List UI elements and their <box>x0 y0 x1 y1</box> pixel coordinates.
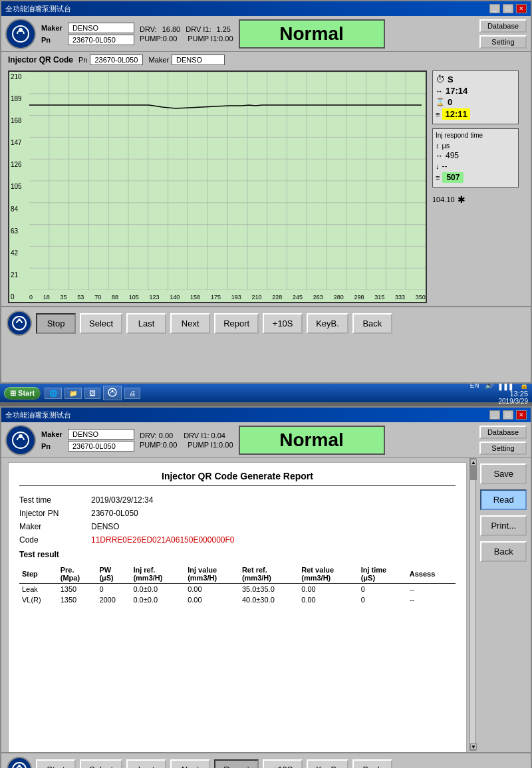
test-result-label: Test result <box>19 550 456 559</box>
report-btn-top[interactable]: Report <box>214 313 259 334</box>
select-btn-bottom[interactable]: Select <box>80 759 122 769</box>
time-val2: 0 <box>448 97 452 107</box>
inj-row-val1: ↔ 495 <box>436 151 515 160</box>
report-maker-value: DENSO <box>91 522 120 531</box>
qr-maker-value: DENSO <box>172 55 225 65</box>
read-btn-bottom[interactable]: Read <box>480 489 527 510</box>
taskbar-printer-icon[interactable]: 🖨 <box>124 388 140 399</box>
code-label: Code <box>19 535 86 545</box>
database-btn-top[interactable]: Database <box>479 19 527 33</box>
report-area: Injector QR Code Generate Report Test ti… <box>1 458 531 759</box>
drv-row2-bottom: PUMP:0.00 PUMP I1:0.00 <box>140 441 233 449</box>
pump-label-top: PUMP:0.00 <box>140 35 177 43</box>
inj-dash: -- <box>442 162 448 171</box>
close-btn[interactable]: ✕ <box>516 4 527 13</box>
chart-area-top: 210 189 168 147 126 105 84 63 42 21 0 <box>8 70 427 303</box>
select-btn-top[interactable]: Select <box>80 313 122 334</box>
next-btn-bottom[interactable]: Next <box>170 759 210 769</box>
injector-pn-value: 23670-0L050 <box>91 509 138 518</box>
drv-block-top: DRV: 16.80 DRV I1: 1.25 PUMP:0.00 PUMP I… <box>140 25 233 43</box>
start-button[interactable]: ⊞ Start <box>4 387 41 400</box>
bottom-title: 全功能油嘴泵测试台 <box>5 410 71 420</box>
drv-row2-top: PUMP:0.00 PUMP I1:0.00 <box>140 35 233 43</box>
td-ret-val-1: 0.00 <box>299 594 358 605</box>
setting-btn-bottom[interactable]: Setting <box>479 442 527 455</box>
drv-i1-value-top: 1.25 <box>217 25 231 33</box>
drv-value-top: 16.80 <box>162 25 181 33</box>
report-maker-label: Maker <box>19 522 86 531</box>
inj-block-top: Inj respond time ↕ μs ↔ 495 ↓ -- ≡ 507 <box>432 128 519 188</box>
pn-row-top: Pn 23670-0L050 <box>41 35 134 45</box>
scrollbar-bottom[interactable]: ▲ ▼ <box>469 458 476 751</box>
back-btn-bottom-toolbar[interactable]: Back <box>352 759 392 769</box>
taskbar-ie-icon[interactable]: 🌐 <box>45 388 62 399</box>
window-controls: _ □ ✕ <box>489 4 527 13</box>
qr-pn-field: Pn 23670-0L050 <box>78 55 143 65</box>
last-btn-top[interactable]: Last <box>126 313 166 334</box>
svg-point-1 <box>19 28 23 32</box>
bottom-minimize-btn[interactable]: _ <box>489 410 500 420</box>
taskbar-app-icon[interactable] <box>103 386 122 400</box>
top-title: 全功能油嘴泵测试台 <box>5 4 71 14</box>
bottom-maximize-btn[interactable]: □ <box>503 410 513 420</box>
qr-maker-label: Maker <box>148 56 169 64</box>
code-field: Code 11DRRE0E26ED021A06150E000000F0 <box>19 535 456 545</box>
start-btn-bottom[interactable]: Start <box>36 759 76 769</box>
td-pw-0: 0 <box>96 584 130 595</box>
setting-btn-top[interactable]: Setting <box>479 35 527 49</box>
drv-block-bottom: DRV: 0.00 DRV I1: 0.04 PUMP:0.00 PUMP I1… <box>140 432 233 449</box>
minimize-btn[interactable]: _ <box>489 4 500 13</box>
last-btn-bottom[interactable]: Last <box>126 759 166 769</box>
code-value: 11DRRE0E26ED021A06150E000000F0 <box>91 535 235 545</box>
scroll-down-btn[interactable]: ▼ <box>470 743 477 750</box>
right-btns-bottom: ▲ ▼ Save Read Print... Back <box>476 458 531 567</box>
normal-text-bottom: Normal <box>279 430 343 451</box>
plus10s-btn-bottom[interactable]: +10S <box>263 759 303 769</box>
print-btn-bottom[interactable]: Print... <box>480 515 527 536</box>
taskbar-time: 13:25 <box>470 390 528 398</box>
maker-row-bottom: Maker DENSO <box>41 429 134 440</box>
x-axis-labels: 0183553708810512314015817519321022824526… <box>29 294 426 301</box>
test-time-field: Test time 2019/03/29/12:34 <box>19 495 456 505</box>
right-info-panel-top: ⏱ S ↔ 17:14 ⌛ 0 ≡ 12:11 Inj respond time <box>432 70 519 303</box>
scroll-up-btn[interactable]: ▲ <box>470 459 477 465</box>
maximize-btn[interactable]: □ <box>503 4 513 13</box>
td-pre-1: 1350 <box>58 594 97 605</box>
database-btn-bottom[interactable]: Database <box>479 426 527 439</box>
down-arrow-icon: ↓ <box>436 162 440 170</box>
keyb-btn-bottom[interactable]: KeyB. <box>307 759 348 769</box>
normal-text-top: Normal <box>279 23 343 45</box>
equals-icon-2: ≡ <box>436 174 440 182</box>
td-step-0: Leak <box>19 584 58 595</box>
next-btn-top[interactable]: Next <box>170 313 210 334</box>
drv-label-top: DRV: <box>140 25 157 33</box>
pump-i1-label-bottom: PUMP I1:0.00 <box>188 441 233 449</box>
injector-pn-label: Injector PN <box>19 509 86 518</box>
pn-row-bottom: Pn 23670-0L050 <box>41 441 134 451</box>
taskbar-media-icon[interactable]: 🖼 <box>84 388 100 399</box>
bottom-window-controls: _ □ ✕ <box>489 410 527 420</box>
plus10s-btn-top[interactable]: +10S <box>263 313 303 334</box>
back-btn-bottom-right[interactable]: Back <box>480 541 527 562</box>
maker-pn-block-bottom: Maker DENSO Pn 23670-0L050 <box>41 429 134 451</box>
time-row-3: ≡ 12:11 <box>436 108 515 120</box>
save-btn-bottom[interactable]: Save <box>480 463 527 484</box>
bottom-title-bar: 全功能油嘴泵测试台 _ □ ✕ <box>1 408 531 422</box>
y-axis-labels: 210 189 168 147 126 105 84 63 42 21 0 <box>9 72 23 302</box>
bottom-header: Maker DENSO Pn 23670-0L050 DRV: 0.00 DRV… <box>1 422 531 458</box>
bottom-panel: 全功能油嘴泵测试台 _ □ ✕ Maker DENSO Pn 23670-0L0… <box>0 406 532 768</box>
toolbar-logo-bottom <box>7 757 32 768</box>
td-inj-val-1: 0.00 <box>185 594 239 605</box>
pump-label-bottom: PUMP:0.00 <box>140 441 177 449</box>
qr-row-top: Injector QR Code Pn 23670-0L050 Maker DE… <box>1 52 531 68</box>
th-inj-time: Inj time(μS) <box>358 565 407 584</box>
report-btn-bottom[interactable]: Report <box>214 759 259 769</box>
stop-btn-top[interactable]: Stop <box>36 313 76 334</box>
table-row: Leak 1350 0 0.0±0.0 0.00 35.0±35.0 0.00 … <box>19 584 456 595</box>
pump-i1-label-top: PUMP I1:0.00 <box>188 35 233 43</box>
time-val3: 12:11 <box>442 108 469 120</box>
back-btn-top[interactable]: Back <box>352 313 392 334</box>
keyb-btn-top[interactable]: KeyB. <box>307 313 348 334</box>
taskbar-folder-icon[interactable]: 📁 <box>65 388 82 399</box>
bottom-close-btn[interactable]: ✕ <box>516 410 527 420</box>
